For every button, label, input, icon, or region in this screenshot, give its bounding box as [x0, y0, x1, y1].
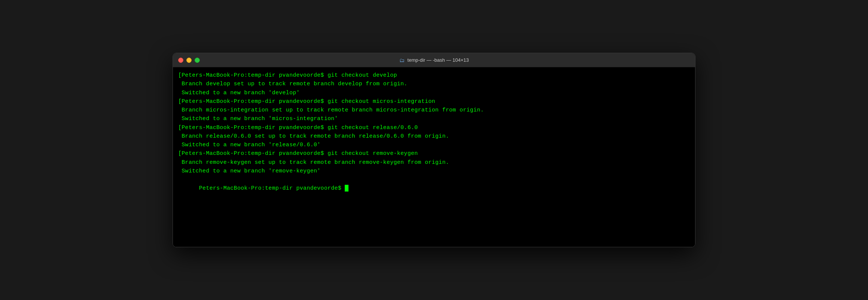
- terminal-line: Branch develop set up to track remote br…: [178, 80, 690, 88]
- terminal-body[interactable]: [Peters-MacBook-Pro:temp-dir pvandevoord…: [173, 67, 695, 247]
- title-text: temp-dir — -bash — 104×13: [407, 57, 469, 63]
- terminal-line: Switched to a new branch 'release/0.6.0': [178, 141, 690, 149]
- terminal-line: [Peters-MacBook-Pro:temp-dir pvandevoord…: [178, 149, 690, 158]
- maximize-button[interactable]: [195, 58, 200, 63]
- terminal-line: Switched to a new branch 'remove-keygen': [178, 167, 690, 175]
- terminal-line: Branch remove-keygen set up to track rem…: [178, 158, 690, 167]
- folder-icon: 🗂: [399, 57, 404, 63]
- titlebar: 🗂 temp-dir — -bash — 104×13: [173, 53, 695, 67]
- terminal-line: Switched to a new branch 'develop': [178, 89, 690, 97]
- cursor: [345, 185, 348, 192]
- terminal-window: 🗂 temp-dir — -bash — 104×13 [Peters-MacB…: [173, 53, 695, 247]
- prompt-text: Peters-MacBook-Pro:temp-dir pvandevoorde…: [199, 185, 345, 192]
- traffic-lights: [178, 58, 200, 63]
- window-title: 🗂 temp-dir — -bash — 104×13: [399, 57, 469, 63]
- terminal-line: [Peters-MacBook-Pro:temp-dir pvandevoord…: [178, 71, 690, 80]
- terminal-line: Branch release/0.6.0 set up to track rem…: [178, 132, 690, 141]
- terminal-line: Switched to a new branch 'micros-integra…: [178, 114, 690, 123]
- terminal-line: [Peters-MacBook-Pro:temp-dir pvandevoord…: [178, 123, 690, 132]
- terminal-line: Branch micros-integration set up to trac…: [178, 106, 690, 114]
- minimize-button[interactable]: [186, 58, 192, 63]
- close-button[interactable]: [178, 58, 183, 63]
- terminal-prompt-line: Peters-MacBook-Pro:temp-dir pvandevoorde…: [178, 175, 690, 202]
- terminal-line: [Peters-MacBook-Pro:temp-dir pvandevoord…: [178, 97, 690, 106]
